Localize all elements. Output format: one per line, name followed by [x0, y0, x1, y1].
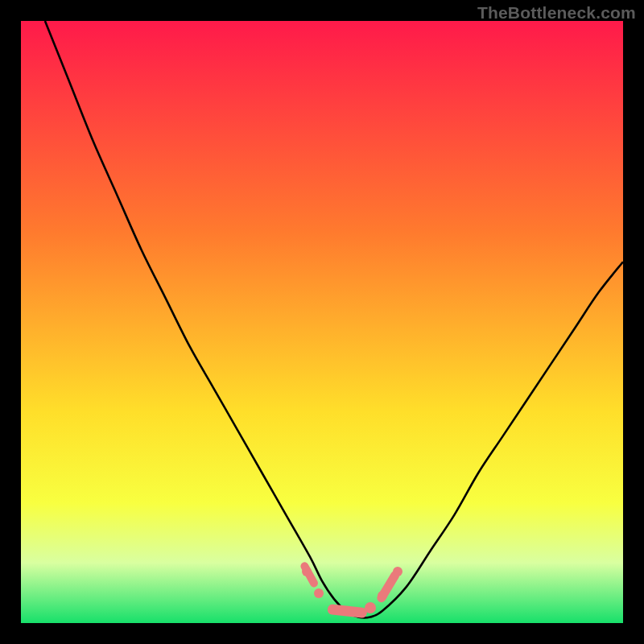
watermark-text: TheBottleneck.com — [477, 3, 636, 23]
bottleneck-curve — [21, 21, 623, 623]
outer-frame: TheBottleneck.com — [0, 0, 644, 644]
valley-dot — [314, 588, 324, 598]
plot-area — [21, 21, 623, 623]
